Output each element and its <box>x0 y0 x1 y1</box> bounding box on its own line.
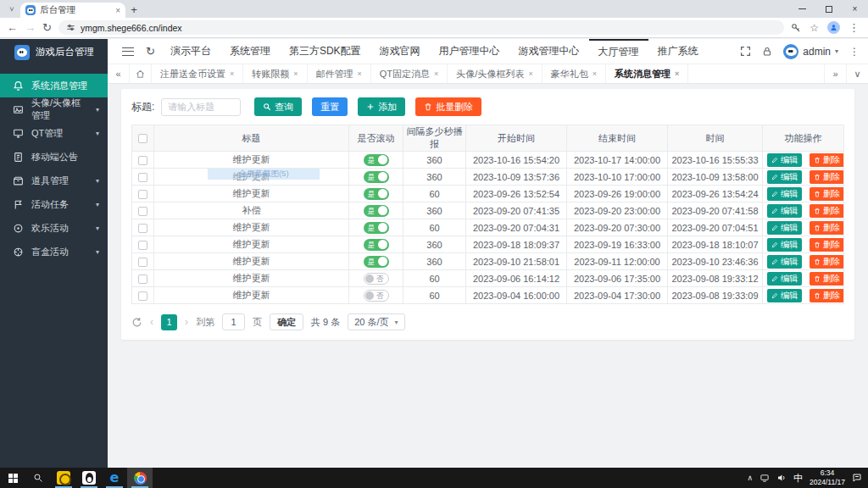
row-checkbox[interactable] <box>138 274 147 284</box>
volume-icon[interactable] <box>776 473 787 483</box>
edit-button[interactable]: 编辑 <box>767 289 802 302</box>
scroll-toggle[interactable]: 是 <box>364 171 389 183</box>
delete-button[interactable]: 删除 <box>810 221 843 235</box>
row-checkbox[interactable] <box>138 190 147 199</box>
topnav-item-user-center[interactable]: 用户管理中心 <box>430 39 509 64</box>
topnav-item-promo-system[interactable]: 推广系统 <box>648 39 708 64</box>
row-checkbox[interactable] <box>138 207 147 216</box>
delete-button[interactable]: 删除 <box>810 170 843 184</box>
topnav-item-system-manage[interactable]: 系统管理 <box>220 39 280 64</box>
row-checkbox[interactable] <box>138 224 147 233</box>
delete-button[interactable]: 删除 <box>810 238 843 252</box>
reload-button[interactable]: ↻ <box>42 22 52 33</box>
password-key-icon[interactable] <box>791 23 801 33</box>
tabs-scroll-right-button[interactable]: » <box>824 64 846 83</box>
more-menu-icon[interactable]: ⋮ <box>849 46 860 58</box>
sidebar-item-activity-tasks[interactable]: 活动任务 ▾ <box>0 192 108 216</box>
close-icon[interactable]: × <box>593 69 597 78</box>
tabs-scroll-left-button[interactable]: « <box>108 64 130 83</box>
taskbar-app-duoduo[interactable] <box>51 468 76 488</box>
start-button[interactable] <box>0 468 25 488</box>
title-filter-input[interactable] <box>161 98 241 116</box>
page-tab-register-gold[interactable]: 注册送金币设置 × <box>152 64 243 83</box>
reset-button[interactable]: 重置 <box>312 97 348 116</box>
topnav-item-sdk-config[interactable]: 第三方SDK配置 <box>280 39 370 64</box>
delete-button[interactable]: 删除 <box>810 204 843 218</box>
page-size-select[interactable]: 20 条/页 ▾ <box>348 313 404 330</box>
scroll-toggle[interactable]: 是 <box>364 256 389 268</box>
browser-profile-avatar[interactable] <box>827 21 840 34</box>
close-icon[interactable]: × <box>528 69 532 78</box>
row-checkbox[interactable] <box>138 241 147 250</box>
bookmark-star-icon[interactable]: ☆ <box>810 23 819 33</box>
select-all-checkbox[interactable] <box>138 134 147 143</box>
browser-tab[interactable]: 后台管理 × <box>20 3 125 18</box>
tab-close-icon[interactable]: × <box>115 6 120 15</box>
page-tab-system-msg-manage[interactable]: 系统消息管理 × <box>606 64 688 83</box>
sidebar-item-happy-activity[interactable]: 欢乐活动 ▾ <box>0 216 108 240</box>
scroll-toggle[interactable]: 是 <box>364 222 389 234</box>
row-checkbox[interactable] <box>138 291 147 301</box>
page-tab-qt-fixed-msg[interactable]: QT固定消息 × <box>371 64 448 83</box>
page-tab-mail-manage[interactable]: 邮件管理 × <box>308 64 371 83</box>
sidebar-item-props-manage[interactable]: 道具管理 ▾ <box>0 169 108 192</box>
scroll-toggle[interactable]: 否 <box>364 273 389 285</box>
taskbar-app-qq[interactable] <box>76 468 102 488</box>
ime-indicator[interactable]: 中 <box>793 472 803 485</box>
page-tab-luxury-pack[interactable]: 豪华礼包 × <box>542 64 606 83</box>
sidebar-item-mobile-notice[interactable]: 移动端公告 <box>0 145 108 169</box>
sidebar-item-system-messages[interactable]: 系统消息管理 <box>0 74 108 97</box>
home-tab-button[interactable] <box>130 64 152 83</box>
goto-page-input[interactable] <box>222 313 245 330</box>
edit-button[interactable]: 编辑 <box>767 255 802 269</box>
site-info-icon[interactable] <box>66 23 75 32</box>
notification-center-icon[interactable] <box>852 473 862 483</box>
close-icon[interactable]: × <box>358 69 362 78</box>
delete-button[interactable]: 删除 <box>810 153 843 167</box>
scroll-toggle[interactable]: 是 <box>364 239 389 251</box>
close-icon[interactable]: × <box>230 69 234 78</box>
edit-button[interactable]: 编辑 <box>767 204 802 218</box>
delete-button[interactable]: 删除 <box>810 255 843 269</box>
edit-button[interactable]: 编辑 <box>767 187 802 201</box>
fullscreen-icon[interactable] <box>740 46 751 57</box>
topnav-item-hall-manage[interactable]: 大厅管理 <box>589 39 648 64</box>
topnav-item-game-site[interactable]: 游戏官网 <box>370 39 430 64</box>
sidebar-item-qt-manage[interactable]: QT管理 ▾ <box>0 121 108 145</box>
maximize-button[interactable] <box>815 0 842 18</box>
goto-confirm-button[interactable]: 确定 <box>270 313 303 330</box>
delete-button[interactable]: 删除 <box>810 289 843 302</box>
current-page-button[interactable]: 1 <box>161 314 177 330</box>
new-tab-button[interactable]: + <box>125 2 142 17</box>
add-button[interactable]: 添加 <box>358 97 405 116</box>
delete-button[interactable]: 删除 <box>810 272 843 286</box>
sidebar-item-blindbox-activity[interactable]: 盲盒活动 ▾ <box>0 240 108 263</box>
topnav-item-game-center[interactable]: 游戏管理中心 <box>509 39 589 64</box>
edit-button[interactable]: 编辑 <box>767 153 802 167</box>
taskbar-app-edge[interactable]: e <box>102 468 127 488</box>
scroll-toggle[interactable]: 否 <box>364 290 389 302</box>
lock-icon[interactable] <box>762 47 772 57</box>
prev-page-button[interactable]: ‹ <box>150 316 153 328</box>
tabs-menu-button[interactable]: ∨ <box>846 64 868 83</box>
tray-expand-icon[interactable]: ∧ <box>747 474 753 482</box>
next-page-button[interactable]: › <box>185 316 188 328</box>
row-checkbox[interactable] <box>138 156 147 165</box>
batch-delete-button[interactable]: 批量删除 <box>415 97 481 116</box>
search-button[interactable]: 查询 <box>254 97 302 116</box>
network-icon[interactable] <box>760 474 770 483</box>
url-bar[interactable]: ymgm.shege666.cn/index <box>58 20 784 35</box>
row-checkbox[interactable] <box>138 258 147 267</box>
taskbar-search-button[interactable] <box>25 468 51 488</box>
close-icon[interactable]: × <box>434 69 438 78</box>
sidebar-item-avatar-frame[interactable]: 头像/头像框管理 ▾ <box>0 97 108 121</box>
taskbar-app-chrome[interactable] <box>127 468 153 488</box>
scroll-toggle[interactable]: 是 <box>364 188 389 200</box>
page-tab-transfer-limit[interactable]: 转账限额 × <box>243 64 307 83</box>
edit-button[interactable]: 编辑 <box>767 272 802 286</box>
minimize-button[interactable] <box>789 0 815 18</box>
taskbar-clock[interactable]: 6:34 2024/11/17 <box>810 469 845 486</box>
close-window-button[interactable]: × <box>842 0 868 18</box>
edit-button[interactable]: 编辑 <box>767 170 802 184</box>
back-button[interactable]: ← <box>7 22 18 33</box>
